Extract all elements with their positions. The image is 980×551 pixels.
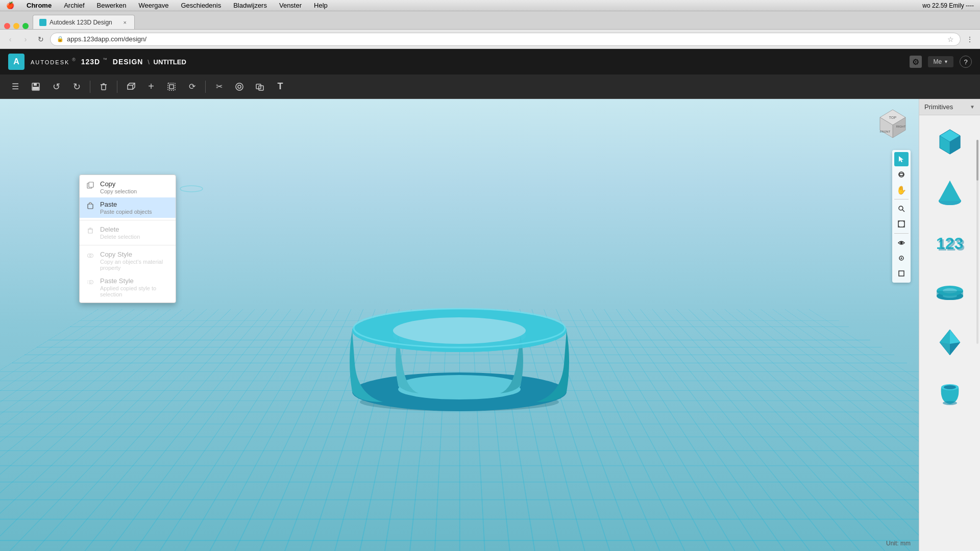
save-btn[interactable] [27,78,45,96]
copy-style-text: Copy Style Copy an object's material pro… [100,251,169,271]
sidebar-scrollbar-thumb[interactable] [976,140,978,181]
eye-tool[interactable] [894,251,909,265]
menubar-right: wo 22.59 Emily ---- [920,2,976,10]
face-view-tool[interactable] [894,266,909,281]
chrome-window: Autodesk 123D Design × ‹ › ↻ 🔒 apps.123d… [0,11,980,551]
svg-rect-43 [899,271,904,276]
svg-text:TOP: TOP [889,116,897,119]
close-traffic-light[interactable] [4,23,10,29]
svg-rect-1 [34,83,37,86]
delete-desc: Delete selection [100,234,169,240]
app-header: A AUTODESK ® 123D ™ DESIGN \ UNTITLED ⚙ … [0,49,980,74]
menu-bewerken[interactable]: Bewerken [95,1,129,10]
forward-button[interactable]: › [19,33,32,45]
bookmark-star-icon[interactable]: ☆ [947,35,954,43]
menu-btn[interactable]: ☰ [6,78,24,96]
svg-rect-47 [89,203,91,204]
primitive-diamond[interactable] [927,319,973,365]
app-content: TOP FRONT RIGHT ✋ [0,99,980,551]
menu-help[interactable]: Help [312,1,330,10]
chrome-settings-icon[interactable]: ⋮ [964,33,976,45]
svg-rect-45 [89,182,93,187]
transform-btn[interactable] [162,78,181,96]
address-bar[interactable]: 🔒 apps.123dapp.com/design/ ☆ [50,33,961,46]
primitive-cup[interactable] [927,369,973,415]
maximize-traffic-light[interactable] [22,23,29,29]
copy-style-label: Copy Style [100,251,169,258]
undo-btn[interactable]: ↺ [47,78,65,96]
snap-btn[interactable]: ⟳ [183,78,201,96]
context-menu-copy[interactable]: Copy Copy selection [80,177,176,197]
chrome-tab[interactable]: Autodesk 123D Design × [33,15,135,29]
paste-style-label: Paste Style [100,277,169,285]
3d-viewport[interactable]: TOP FRONT RIGHT ✋ [0,99,919,551]
context-menu-delete: Delete Delete selection [80,222,176,243]
text-btn[interactable]: T [271,78,289,96]
menu-weergave[interactable]: Weergave [136,1,170,10]
delete-text: Delete Delete selection [100,226,169,240]
zoom-tool[interactable] [894,202,909,216]
torus-object[interactable] [332,252,587,415]
primitive-cone[interactable] [927,169,973,215]
redo-btn[interactable]: ↻ [67,78,86,96]
menu-chrome[interactable]: Chrome [24,1,54,10]
svg-text:FRONT: FRONT [880,130,891,133]
minimize-traffic-light[interactable] [13,23,19,29]
svg-rect-6 [128,85,133,89]
pan-tool[interactable]: ✋ [894,183,909,197]
selection-indicator [179,185,204,193]
context-menu-paste[interactable]: Paste Paste copied objects [80,197,176,218]
box-tool-btn[interactable] [121,78,140,96]
reload-button[interactable]: ↻ [35,33,47,45]
me-button[interactable]: Me ▼ [928,56,953,67]
svg-marker-70 [940,342,950,355]
svg-rect-2 [33,87,39,90]
context-menu-divider-2 [80,245,176,245]
app-breadcrumb: \ [148,58,151,66]
primitives-header[interactable]: Primitives ▼ [919,99,980,115]
context-menu-paste-style: Paste Style Applied copied style to sele… [80,274,176,300]
copy-label: Copy [100,180,169,188]
material-btn[interactable] [230,78,249,96]
toolbar-divider-3 [205,81,206,93]
sidebar-scrollbar-track [976,140,978,344]
navigation-cube[interactable]: TOP FRONT RIGHT [875,107,911,143]
paste-style-desc: Applied copied style to selection [100,285,169,297]
toolbar-divider-2 [117,81,117,93]
svg-point-40 [900,242,903,244]
svg-marker-68 [940,330,950,344]
url-text: apps.123dapp.com/design/ [67,35,944,43]
menu-bladwijzers[interactable]: Bladwijzers [231,1,269,10]
menu-archief[interactable]: Archief [62,1,86,10]
select-tool[interactable] [894,152,909,166]
tab-favicon [39,19,46,26]
help-button[interactable]: ? [960,56,972,68]
tab-close-btn[interactable]: × [122,19,128,26]
context-menu: Copy Copy selection [79,174,176,303]
primitive-torus[interactable] [927,269,973,315]
svg-point-23 [393,317,526,344]
paste-icon [86,201,95,210]
app-logo: A [8,54,24,70]
menu-geschiedenis[interactable]: Geschiedenis [179,1,223,10]
modify-btn[interactable]: ✂ [210,78,228,96]
app-toolbar: ☰ ↺ ↻ [0,74,980,99]
orbit-tool[interactable] [894,167,909,182]
fit-tool[interactable] [894,217,909,231]
apple-menu[interactable]: 🍎 [4,1,16,10]
trash-btn[interactable] [94,78,113,96]
design-name: DESIGN [113,58,143,66]
settings-gear-icon[interactable]: ⚙ [910,56,922,68]
svg-point-11 [238,85,241,88]
look-tool[interactable] [894,236,909,250]
paste-style-text: Paste Style Applied copied style to sele… [100,277,169,297]
back-button[interactable]: ‹ [4,33,16,45]
paste-style-icon [86,278,95,287]
add-btn[interactable]: + [142,78,160,96]
combine-btn[interactable] [251,78,269,96]
menu-venster[interactable]: Venster [277,1,304,10]
primitive-box[interactable] [927,119,973,165]
primitive-3dtext[interactable]: 123 123 [927,219,973,265]
primitives-dropdown-arrow[interactable]: ▼ [970,104,975,110]
app-title: AUTODESK ® 123D ™ DESIGN [31,58,145,66]
